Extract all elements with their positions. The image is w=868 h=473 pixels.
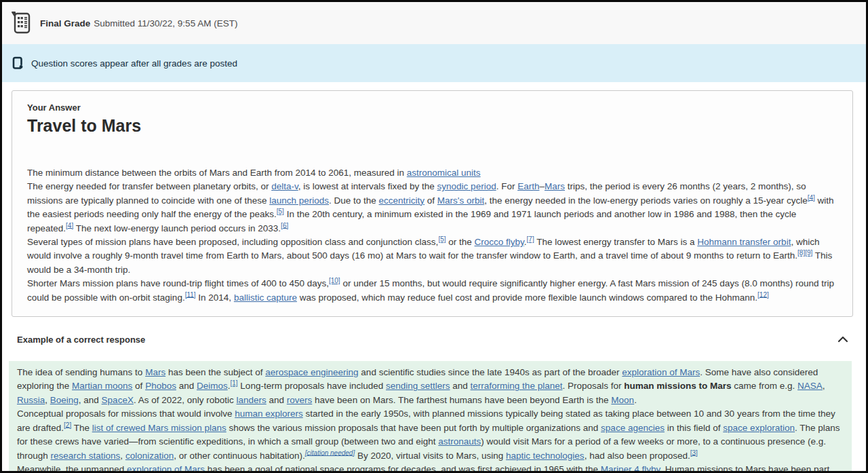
citation-ref-link[interactable]: [2] [64,421,71,428]
wiki-link[interactable]: exploration of Mars [622,367,700,377]
citation-ref-link[interactable]: [11] [185,290,196,298]
citation-sup: [8][9] [797,249,812,257]
paragraph: Shorter Mars mission plans have round-tr… [27,277,837,305]
wiki-link[interactable]: rovers [287,395,313,405]
wiki-link[interactable]: sending settlers [386,381,450,391]
citation-ref-link[interactable]: [3] [690,449,698,456]
citation-sup: [4] [808,193,815,201]
wiki-link[interactable]: Mariner 4 flyby [601,464,660,473]
wiki-link[interactable]: research stations [51,451,121,461]
citation-sup: [5] [277,208,284,215]
citation-sup: [7] [527,235,534,243]
wiki-link[interactable]: Moon [611,395,634,405]
citation-sup: [5] [438,235,446,243]
citation-sup: [citation needed] [305,449,355,456]
citation-ref-link[interactable]: [8][9] [797,249,812,257]
answer-card: Your Answer Travel to Mars The minimum d… [12,90,853,317]
wiki-link[interactable]: NASA [797,381,823,391]
wiki-link[interactable]: Earth [517,181,539,191]
wiki-link[interactable]: Russia [17,395,45,405]
wiki-link[interactable]: synodic period [437,181,496,191]
wiki-link[interactable]: colonization [125,451,174,461]
final-grade-status: Final GradeSubmitted 11/30/22, 9:55 AM (… [40,18,237,29]
wiki-link[interactable]: Boeing [50,395,79,405]
submitted-timestamp: Submitted 11/30/22, 9:55 AM (EST) [94,18,237,29]
wiki-link[interactable]: Mars [545,181,565,191]
info-banner: Question scores appear after all grades … [2,44,866,82]
document-posted-icon [12,56,24,70]
wiki-link[interactable]: Hohmann transfer orbit [697,237,791,247]
wiki-link[interactable]: SpaceX [102,395,134,405]
grade-result-page: Final GradeSubmitted 11/30/22, 9:55 AM (… [0,0,868,473]
collapse-button[interactable] [835,333,851,345]
answer-body: The minimum distance between the orbits … [27,166,837,305]
wiki-link[interactable]: exploration of Mars [127,464,205,473]
wiki-link[interactable]: list of crewed Mars mission plans [92,423,226,433]
citation-ref-link[interactable]: [12] [757,290,769,298]
wiki-link[interactable]: space exploration [723,423,795,433]
wiki-link[interactable]: Crocco flyby [475,237,524,247]
citation-sup: [2] [64,421,71,428]
citation-sup: [10] [329,277,340,284]
example-response-panel: The idea of sending humans to Mars has b… [9,361,852,473]
paragraph: The minimum distance between the orbits … [27,166,837,180]
wiki-link[interactable]: Martian moons [72,381,132,391]
wiki-link[interactable]: Mars's orbit [437,195,484,206]
wiki-link[interactable]: human explorers [235,409,303,419]
citation-ref-link[interactable]: [5] [438,235,446,243]
wiki-link[interactable]: delta-v [271,181,298,191]
citation-ref-link[interactable]: [10] [329,277,340,284]
final-grade-header: Final GradeSubmitted 11/30/22, 9:55 AM (… [2,2,866,44]
example-header: Example of a correct response [2,329,866,349]
paragraph: Conceptual proposals for missions that w… [17,407,844,463]
citation-ref-link[interactable]: [4] [808,193,815,201]
citation-ref-link[interactable]: [5] [277,208,284,215]
citation-sup: [4] [66,221,73,229]
paragraph: Several types of mission plans have been… [27,235,837,277]
wiki-link[interactable]: astronomical units [407,168,481,178]
citation-ref-link[interactable]: [citation needed] [305,449,355,456]
answer-label: Your Answer [27,102,837,113]
citation-ref-link[interactable]: [6] [281,221,288,229]
citation-sup: [11] [185,290,196,298]
banner-message: Question scores appear after all grades … [31,58,237,69]
rubric-grade-icon [10,10,32,36]
citation-sup: [12] [757,290,769,298]
citation-sup: [3] [690,449,698,456]
wiki-link[interactable]: eccentricity [379,195,425,206]
wiki-link[interactable]: Deimos [197,381,228,391]
wiki-link[interactable]: terraforming the planet [471,381,563,391]
paragraph: Meanwhile, the unmanned exploration of M… [17,463,844,473]
example-label: Example of a correct response [17,335,145,345]
wiki-link[interactable]: launch periods [269,195,329,206]
paragraph: The energy needed for transfer between p… [27,180,837,235]
wiki-link[interactable]: space agencies [601,423,665,433]
answer-title: Travel to Mars [27,115,837,136]
bold-text: human missions to Mars [624,381,731,391]
wiki-link[interactable]: aerospace engineering [265,367,358,377]
paragraph: The idea of sending humans to Mars has b… [17,366,844,407]
chevron-up-icon [837,336,848,343]
wiki-link[interactable]: landers [237,395,267,405]
citation-ref-link[interactable]: [1] [230,379,237,387]
wiki-link[interactable]: ballistic capture [234,292,297,303]
wiki-link[interactable]: Phobos [145,381,176,391]
citation-ref-link[interactable]: [7] [527,235,534,243]
citation-sup: [6] [281,221,288,229]
citation-ref-link[interactable]: [4] [66,221,73,229]
wiki-link[interactable]: Mars [145,367,165,377]
citation-sup: [1] [230,379,237,387]
wiki-link[interactable]: astronauts [438,436,481,447]
final-grade-title: Final Grade [40,18,90,29]
wiki-link[interactable]: haptic technologies [506,451,585,461]
